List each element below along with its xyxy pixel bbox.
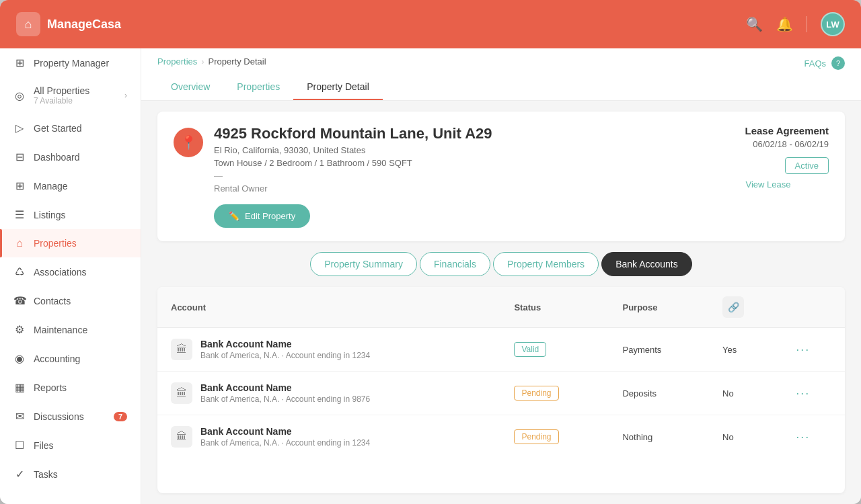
content-scroll: 📍 4925 Rockford Mountain Lane, Unit A29 … bbox=[141, 101, 861, 504]
subtab-property-summary[interactable]: Property Summary bbox=[310, 252, 417, 276]
logo-icon: ⌂ bbox=[16, 12, 40, 36]
sidebar-item-maintenance[interactable]: ⚙ Maintenance bbox=[0, 315, 141, 344]
lease-status-badge: Active bbox=[785, 157, 829, 174]
app-window: ⌂ ManageCasa 🔍 🔔 LW ⊞ Property Manager ◎… bbox=[0, 0, 861, 504]
accounting-icon: ◉ bbox=[13, 352, 26, 365]
sidebar-item-manage[interactable]: ⊞ Manage bbox=[0, 171, 141, 200]
manage-icon: ⊞ bbox=[13, 179, 26, 192]
tabs-row: Overview Properties Property Detail bbox=[157, 75, 383, 100]
sidebar-label-dashboard: Dashboard bbox=[34, 152, 127, 163]
subtab-property-members[interactable]: Property Members bbox=[493, 252, 599, 276]
sidebar-label-listings: Listings bbox=[34, 210, 127, 220]
linked-cell-2: No bbox=[709, 415, 782, 459]
link-icon: 🔗 bbox=[722, 296, 744, 318]
notifications-icon[interactable]: 🔔 bbox=[776, 16, 793, 32]
view-lease-link[interactable]: View Lease bbox=[708, 179, 829, 190]
contacts-icon: ☎ bbox=[13, 294, 26, 307]
status-badge-2: Pending bbox=[514, 429, 558, 444]
col-link: 🔗 bbox=[709, 287, 782, 328]
sidebar-label-accounting: Accounting bbox=[34, 353, 127, 364]
sidebar-sub-all-properties: 7 Available bbox=[34, 96, 116, 106]
dashboard-icon: ⊟ bbox=[13, 151, 26, 163]
avatar[interactable]: LW bbox=[821, 12, 845, 36]
more-dots-0[interactable]: ··· bbox=[796, 343, 810, 356]
faqs-link[interactable]: FAQs bbox=[804, 58, 826, 69]
sidebar-label-contacts: Contacts bbox=[34, 296, 127, 306]
status-badge-1: Pending bbox=[514, 386, 558, 401]
more-cell-1: ··· bbox=[782, 372, 845, 415]
sidebar-item-contacts[interactable]: ☎ Contacts bbox=[0, 286, 141, 315]
table: Account Status Purpose 🔗 bbox=[157, 287, 845, 458]
table-row: 🏛 Bank Account Name Bank of America, N.A… bbox=[157, 415, 845, 459]
discussions-icon: ✉ bbox=[13, 410, 26, 423]
lease-box: Lease Agreement 06/02/18 - 06/02/19 Acti… bbox=[708, 125, 829, 190]
sidebar-item-dashboard[interactable]: ⊟ Dashboard bbox=[0, 142, 141, 171]
listings-icon: ☰ bbox=[13, 208, 26, 221]
table-header-row: Account Status Purpose 🔗 bbox=[157, 287, 845, 328]
status-cell-1: Pending bbox=[500, 372, 609, 415]
tab-overview[interactable]: Overview bbox=[157, 75, 223, 100]
sidebar-item-associations[interactable]: ♺ Associations bbox=[0, 257, 141, 286]
account-detail-0: Bank of America, N.A. · Account ending i… bbox=[200, 351, 370, 360]
purpose-cell-2: Nothing bbox=[609, 415, 709, 459]
breadcrumb-separator: › bbox=[201, 56, 204, 67]
main-layout: ⊞ Property Manager ◎ All Properties 7 Av… bbox=[0, 48, 861, 504]
property-pin: 📍 bbox=[174, 128, 203, 157]
sidebar-label-discussions: Discussions bbox=[34, 411, 106, 422]
account-detail-2: Bank of America, N.A. · Account ending i… bbox=[200, 438, 370, 448]
play-icon: ▷ bbox=[13, 122, 26, 134]
breadcrumb-properties[interactable]: Properties bbox=[157, 56, 197, 67]
account-cell-0: 🏛 Bank Account Name Bank of America, N.A… bbox=[157, 328, 500, 372]
subtab-bank-accounts[interactable]: Bank Accounts bbox=[601, 252, 692, 276]
more-cell-2: ··· bbox=[782, 415, 845, 459]
sidebar-item-all-properties[interactable]: ◎ All Properties 7 Available › bbox=[0, 77, 141, 114]
more-dots-2[interactable]: ··· bbox=[796, 430, 810, 444]
col-actions bbox=[782, 287, 845, 328]
edit-property-button[interactable]: ✏️ Edit Property bbox=[214, 204, 310, 228]
bank-icon-0: 🏛 bbox=[171, 339, 192, 360]
sidebar-item-reports[interactable]: ▦ Reports bbox=[0, 373, 141, 402]
sidebar-label-properties: Properties bbox=[34, 238, 127, 249]
tab-property-detail[interactable]: Property Detail bbox=[293, 75, 383, 100]
col-status: Status bbox=[500, 287, 609, 328]
sidebar-label-manage: Manage bbox=[34, 181, 127, 192]
account-name-2: Bank Account Name bbox=[200, 426, 370, 437]
status-cell-0: Valid bbox=[500, 328, 609, 372]
breadcrumb-current: Property Detail bbox=[209, 56, 266, 67]
property-address: El Rio, California, 93030, United States bbox=[214, 145, 708, 155]
sidebar-item-files[interactable]: ☐ Files bbox=[0, 431, 141, 460]
content: Properties › Property Detail Overview Pr… bbox=[141, 48, 861, 504]
maintenance-icon: ⚙ bbox=[13, 323, 26, 336]
more-dots-1[interactable]: ··· bbox=[796, 386, 810, 400]
account-name-1: Bank Account Name bbox=[200, 382, 370, 393]
sidebar-item-discussions[interactable]: ✉ Discussions 7 bbox=[0, 402, 141, 431]
tab-properties[interactable]: Properties bbox=[223, 75, 293, 100]
purpose-cell-0: Payments bbox=[609, 328, 709, 372]
property-details: Town House / 2 Bedroom / 1 Bathroom / 59… bbox=[214, 158, 708, 168]
linked-cell-0: Yes bbox=[709, 328, 782, 372]
search-icon[interactable]: 🔍 bbox=[746, 16, 763, 32]
account-detail-1: Bank of America, N.A. · Account ending i… bbox=[200, 394, 370, 404]
sidebar-item-property-manager[interactable]: ⊞ Property Manager bbox=[0, 48, 141, 77]
breadcrumb: Properties › Property Detail bbox=[157, 56, 383, 67]
associations-icon: ♺ bbox=[13, 265, 26, 278]
table-row: 🏛 Bank Account Name Bank of America, N.A… bbox=[157, 328, 845, 372]
purpose-cell-1: Deposits bbox=[609, 372, 709, 415]
subtab-financials[interactable]: Financials bbox=[420, 252, 490, 276]
help-badge[interactable]: ? bbox=[831, 56, 845, 70]
lease-dates: 06/02/18 - 06/02/19 bbox=[708, 139, 829, 149]
sidebar-item-accounting[interactable]: ◉ Accounting bbox=[0, 344, 141, 373]
col-account: Account bbox=[157, 287, 500, 328]
sidebar-label-maintenance: Maintenance bbox=[34, 325, 127, 335]
sidebar-label-associations: Associations bbox=[34, 267, 127, 278]
pencil-icon: ✏️ bbox=[229, 211, 239, 221]
linked-cell-1: No bbox=[709, 372, 782, 415]
sidebar-item-tasks[interactable]: ✓ Tasks bbox=[0, 460, 141, 489]
divider bbox=[807, 16, 807, 32]
sidebar-item-properties[interactable]: ⌂ Properties bbox=[0, 229, 141, 257]
property-name: 4925 Rockford Mountain Lane, Unit A29 bbox=[214, 125, 708, 142]
property-dash: — bbox=[214, 171, 708, 181]
sidebar-item-get-started[interactable]: ▷ Get Started bbox=[0, 114, 141, 142]
location-icon: ◎ bbox=[13, 89, 26, 102]
sidebar-item-listings[interactable]: ☰ Listings bbox=[0, 200, 141, 229]
